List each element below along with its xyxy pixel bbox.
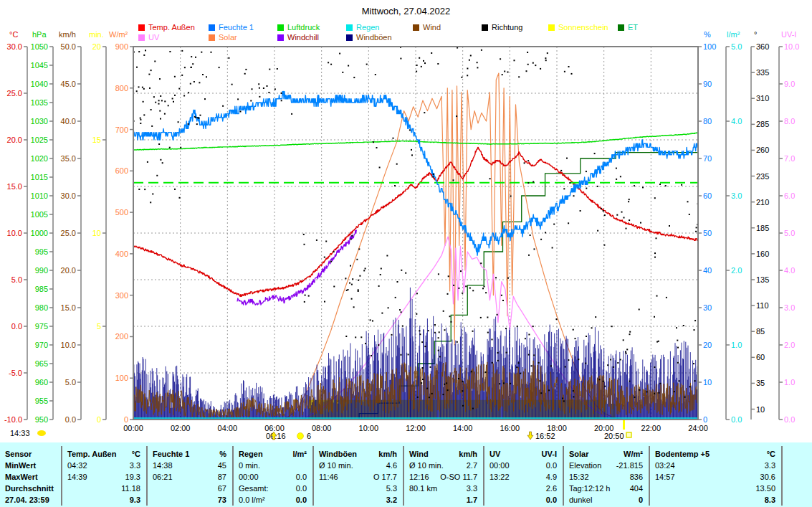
solar-swatch-icon: [209, 34, 215, 41]
table-column-solar: SolarW/m²Elevation-21.81515:32836Tag:12:…: [563, 446, 649, 506]
svg-text:1005: 1005: [31, 210, 48, 219]
column-header: Temp. Außen°C: [62, 448, 146, 460]
axis-title: %: [704, 30, 711, 39]
legend-item-feuchte-1: Feuchte 1: [209, 23, 254, 32]
table-row: 00:000.0: [234, 471, 312, 483]
svg-text:20.0: 20.0: [61, 266, 76, 275]
svg-text:90: 90: [703, 80, 712, 88]
annotation-time: 16:52: [535, 432, 555, 440]
svg-text:400: 400: [115, 250, 128, 258]
svg-text:45.0: 45.0: [61, 80, 76, 88]
svg-text:1025: 1025: [31, 136, 48, 144]
svg-text:24:00: 24:00: [688, 424, 708, 432]
legend-item-windchill: Windchill: [277, 33, 319, 42]
table-column-bodentemp-5: Bodentemp +5°C03:243.314:5730.613.508.3: [649, 446, 781, 506]
table-row: 14:5730.6: [650, 471, 781, 483]
column-header: Bodentemp +5°C: [650, 448, 781, 460]
gridlines: [133, 47, 698, 420]
svg-text:10: 10: [92, 229, 101, 237]
svg-text:700: 700: [115, 125, 128, 134]
axis-solar: W/m²9008007006005004003002001000: [109, 30, 133, 424]
svg-text:10:00: 10:00: [359, 424, 379, 432]
row-label: 27.04. 23:59: [0, 494, 61, 506]
svg-text:1040: 1040: [31, 80, 48, 88]
table-row: 11:46O 17.7: [314, 471, 403, 483]
svg-text:60: 60: [756, 353, 765, 361]
axis-title: UV-I: [781, 30, 796, 39]
svg-text:1.0: 1.0: [731, 341, 742, 349]
svg-text:300: 300: [115, 291, 128, 300]
axis-rain: l/m²5.04.03.02.01.00.0: [726, 30, 742, 424]
table-row: Tag:12:12 h404: [564, 483, 649, 494]
table-row: 15:32836: [564, 471, 649, 483]
svg-text:200: 200: [115, 332, 128, 341]
axis-title: W/m²: [109, 30, 128, 39]
svg-text:990: 990: [35, 266, 48, 275]
table-column-temp-au-en: Temp. Außen°C04:323.314:3919.311.189.3: [61, 446, 146, 506]
svg-text:960: 960: [35, 378, 48, 387]
svg-text:5.0: 5.0: [731, 42, 742, 51]
et-swatch-icon: [618, 24, 624, 31]
column-header: UVUV-I: [484, 448, 563, 460]
svg-text:4.0: 4.0: [731, 117, 742, 125]
uv-swatch-icon: [138, 34, 145, 41]
moon-icon: [37, 430, 46, 436]
svg-text:-5.0: -5.0: [9, 369, 22, 377]
legend-label: Richtung: [492, 23, 522, 32]
legend-label: ET: [628, 23, 638, 32]
table-row: 0.0: [484, 494, 563, 506]
svg-text:1045: 1045: [31, 61, 48, 70]
svg-text:12:00: 12:00: [406, 424, 426, 432]
moonrise-time: 14:33: [10, 429, 30, 437]
svg-text:800: 800: [115, 84, 128, 93]
table-row: 73: [148, 494, 232, 506]
svg-text:1050: 1050: [31, 42, 48, 51]
chart-plot-area[interactable]: °C30.025.020.015.010.05.00.0-5.0-10.0hPa…: [0, 0, 812, 442]
svg-text:955: 955: [35, 397, 48, 405]
summary-table: SensorMinWertMaxWertDurchschnitt27.04. 2…: [0, 442, 812, 507]
svg-text:1030: 1030: [31, 117, 48, 125]
table-row: 14:3845: [148, 460, 232, 471]
svg-text:900: 900: [115, 42, 128, 51]
legend-label: Regen: [356, 23, 379, 32]
table-row: 80.1 km3.3: [404, 483, 483, 494]
legend-label: Temp. Außen: [148, 23, 195, 32]
legend-item-wind: Wind: [413, 23, 441, 32]
row-label: Sensor: [0, 448, 61, 460]
table-column-regen: Regenl/m²0 min.00:000.0Gesamt:0.00.0 l/m…: [232, 446, 312, 506]
legend-item-sonnenschein: Sonnenschein: [548, 23, 608, 32]
svg-text:6.0: 6.0: [784, 191, 795, 200]
table-row: Elevation-21.815: [564, 460, 649, 471]
row-label: MinWert: [0, 460, 61, 471]
svg-text:600: 600: [115, 166, 128, 175]
legend-label: Luftdruck: [287, 23, 320, 32]
legend-item-windb-en: Windböen: [346, 33, 392, 42]
table-row: 03:243.3: [650, 460, 781, 471]
svg-text:16:00: 16:00: [500, 424, 520, 432]
regen-swatch-icon: [346, 24, 353, 31]
axis-hum: %1009080706050403020100: [698, 30, 716, 424]
svg-text:1020: 1020: [31, 154, 48, 163]
column-header: SolarW/m²: [564, 448, 649, 460]
svg-text:30.0: 30.0: [7, 42, 22, 51]
table-row: 12:16O-SO 11.7: [404, 471, 483, 483]
feuchte-1-swatch-icon: [209, 24, 215, 31]
svg-text:20: 20: [703, 341, 712, 349]
axis-uvi: UV-I10.09.08.07.06.05.04.03.02.01.00.0: [779, 30, 799, 424]
richtung-swatch-icon: [482, 24, 488, 31]
svg-text:185: 185: [756, 224, 769, 232]
svg-text:30: 30: [703, 303, 712, 312]
table-row: 3.2: [314, 494, 403, 506]
svg-text:0.0: 0.0: [731, 415, 742, 424]
svg-text:160: 160: [756, 250, 769, 258]
temp-au-en-swatch-icon: [138, 24, 145, 31]
axis-title: l/m²: [727, 30, 740, 39]
luftdruck-swatch-icon: [277, 24, 284, 31]
legend-item-richtung: Richtung: [482, 23, 522, 32]
axis-title: min.: [89, 30, 104, 39]
axis-title: °C: [9, 30, 18, 39]
legend-label: Windböen: [356, 33, 392, 42]
svg-text:80: 80: [703, 117, 712, 125]
table-row: 5.3: [314, 483, 403, 494]
svg-text:10: 10: [756, 405, 765, 414]
